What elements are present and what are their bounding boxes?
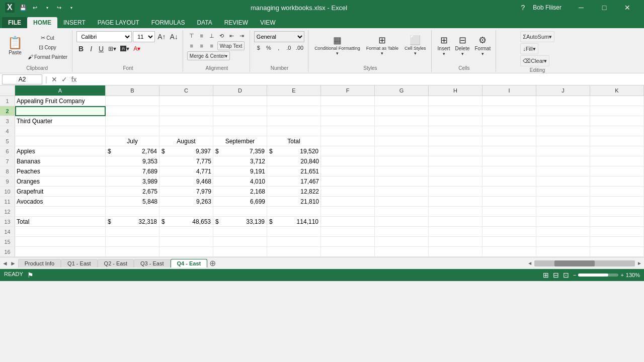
cell-c15[interactable] [159, 237, 213, 247]
cell-a4[interactable] [15, 126, 106, 136]
cell-d6[interactable]: $7,359 [213, 146, 267, 156]
cell-e9[interactable]: 17,467 [267, 176, 321, 187]
cell-e11[interactable]: 21,810 [267, 197, 321, 207]
cell-j9[interactable] [536, 176, 590, 187]
cell-e14[interactable] [267, 227, 321, 237]
cell-g4[interactable] [375, 126, 429, 136]
cell-g14[interactable] [375, 227, 429, 237]
cell-k15[interactable] [590, 237, 644, 247]
cell-k16[interactable] [590, 247, 644, 257]
sheet-nav-prev[interactable]: ◄ [2, 260, 8, 267]
cell-j3[interactable] [536, 116, 590, 126]
cell-f8[interactable] [321, 166, 375, 176]
cell-e16[interactable] [267, 247, 321, 257]
cell-f7[interactable] [321, 156, 375, 166]
cell-e12[interactable] [267, 207, 321, 217]
minimize-button[interactable]: ─ [570, 0, 593, 15]
align-right-button[interactable]: ≡ [207, 41, 216, 50]
cell-d9[interactable]: 4,010 [213, 176, 267, 187]
cell-h13[interactable] [429, 217, 482, 227]
cell-a7[interactable]: Bananas [15, 156, 106, 166]
cell-g8[interactable] [375, 166, 429, 176]
cell-k13[interactable] [590, 217, 644, 227]
sheet-tab-q2-east[interactable]: Q2 - East [98, 259, 134, 267]
cell-e1[interactable] [267, 96, 321, 106]
cell-a1[interactable]: Appealing Fruit Company [15, 96, 106, 106]
align-middle-button[interactable]: ≡ [197, 31, 206, 40]
cell-h14[interactable] [429, 227, 482, 237]
col-header-k[interactable]: K [590, 85, 644, 96]
save-button[interactable]: 💾 [18, 2, 29, 13]
cell-h6[interactable] [429, 146, 482, 156]
cell-f9[interactable] [321, 176, 375, 187]
cell-d12[interactable] [213, 207, 267, 217]
maximize-button[interactable]: □ [593, 0, 616, 15]
cell-i3[interactable] [482, 116, 536, 126]
sheet-nav-next[interactable]: ► [10, 260, 16, 267]
increase-decimal-button[interactable]: .0 [284, 43, 293, 52]
cell-b11[interactable]: 5,848 [106, 197, 159, 207]
cell-k11[interactable] [590, 197, 644, 207]
align-center-button[interactable]: ≡ [197, 41, 206, 50]
cell-g10[interactable] [375, 187, 429, 197]
cell-b14[interactable] [106, 227, 159, 237]
cell-i4[interactable] [482, 126, 536, 136]
sheet-tab-product-info[interactable]: Product Info [18, 259, 61, 267]
undo-dropdown[interactable]: ▾ [42, 2, 53, 13]
customize-qat-button[interactable]: ▾ [66, 2, 77, 13]
align-top-button[interactable]: ⊤ [187, 31, 196, 40]
col-header-f[interactable]: F [321, 85, 375, 96]
cell-a8[interactable]: Peaches [15, 166, 106, 176]
decrease-font-button[interactable]: A↓ [168, 32, 179, 41]
cell-i7[interactable] [482, 156, 536, 166]
cell-c8[interactable]: 4,771 [159, 166, 213, 176]
cell-i9[interactable] [482, 176, 536, 187]
cell-d1[interactable] [213, 96, 267, 106]
cell-b4[interactable] [106, 126, 159, 136]
cell-f3[interactable] [321, 116, 375, 126]
cell-k9[interactable] [590, 176, 644, 187]
cell-j11[interactable] [536, 197, 590, 207]
cell-j5[interactable] [536, 136, 590, 146]
format-button[interactable]: ⚙ Format ▾ [472, 31, 493, 59]
add-sheet-button[interactable]: ⊕ [207, 258, 218, 268]
cell-g11[interactable] [375, 197, 429, 207]
cell-b6[interactable]: $2,764 [106, 146, 159, 156]
cell-f14[interactable] [321, 227, 375, 237]
cell-g1[interactable] [375, 96, 429, 106]
cell-d4[interactable] [213, 126, 267, 136]
font-size-select[interactable]: 11 [133, 31, 155, 42]
cell-b13[interactable]: $32,318 [106, 217, 159, 227]
tab-view[interactable]: VIEW [254, 17, 282, 28]
cell-e2[interactable] [267, 106, 321, 116]
cell-h11[interactable] [429, 197, 482, 207]
cell-j6[interactable] [536, 146, 590, 156]
close-button[interactable]: ✕ [616, 0, 639, 15]
cell-k8[interactable] [590, 166, 644, 176]
increase-font-button[interactable]: A↑ [156, 32, 167, 41]
cell-i11[interactable] [482, 197, 536, 207]
cell-e10[interactable]: 12,822 [267, 187, 321, 197]
cell-k2[interactable] [590, 106, 644, 116]
cell-e8[interactable]: 21,651 [267, 166, 321, 176]
cell-a3[interactable]: Third Quarter [15, 116, 106, 126]
cell-i13[interactable] [482, 217, 536, 227]
number-format-select[interactable]: General [254, 31, 304, 42]
italic-button[interactable]: I [87, 44, 96, 53]
cell-h2[interactable] [429, 106, 482, 116]
cancel-icon[interactable]: ✕ [50, 75, 58, 83]
formula-input[interactable] [80, 76, 642, 83]
cell-h8[interactable] [429, 166, 482, 176]
cell-h1[interactable] [429, 96, 482, 106]
cell-a5[interactable] [15, 136, 106, 146]
cell-d8[interactable]: 9,191 [213, 166, 267, 176]
tab-page-layout[interactable]: PAGE LAYOUT [92, 17, 145, 28]
cell-i15[interactable] [482, 237, 536, 247]
indent-increase-button[interactable]: ⇥ [237, 31, 247, 40]
cell-j2[interactable] [536, 106, 590, 116]
col-header-c[interactable]: C [159, 85, 213, 96]
cell-c3[interactable] [159, 116, 213, 126]
autosum-button[interactable]: Σ AutoSum ▾ [520, 31, 554, 42]
cell-f5[interactable] [321, 136, 375, 146]
cell-g12[interactable] [375, 207, 429, 217]
